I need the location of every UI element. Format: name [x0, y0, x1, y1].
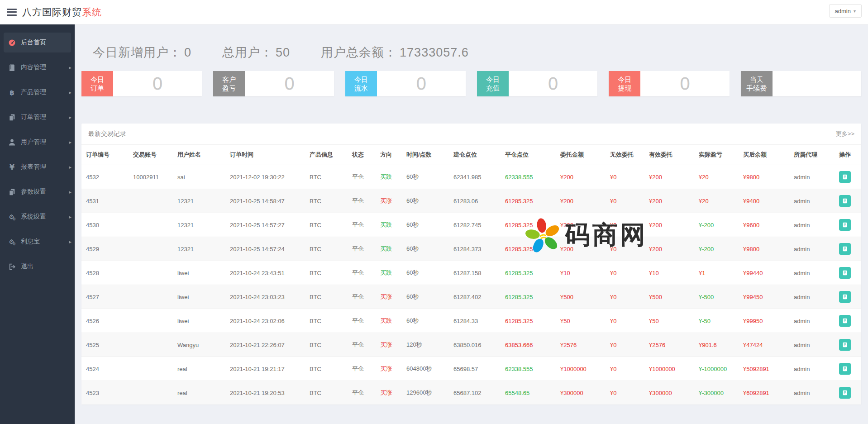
user-menu[interactable]: admin ▾	[829, 4, 862, 18]
sidebar-item-label: 报表管理	[21, 163, 46, 171]
cell-username: real	[173, 357, 225, 381]
sidebar-item[interactable]: 参数设置 ▸	[4, 182, 71, 202]
cell-balance: ¥99450	[739, 285, 789, 309]
table-row: 4528 liwei 2021-10-24 23:43:51 BTC 平仓 买跌…	[81, 261, 861, 285]
row-detail-button[interactable]	[839, 387, 851, 399]
trades-table: 订单编号交易账号用户姓名订单时间产品信息状态方向时间/点数建仓点位平仓点位委托金…	[81, 144, 861, 405]
summary-stat: 今日新增用户：0	[93, 44, 191, 61]
cell-amount: ¥1000000	[556, 357, 606, 381]
cell-valid-amount: ¥2576	[644, 333, 694, 357]
metric-cards: 今日订单 0 客户盈亏 0 今日流水 0 今日充值 0 今日提现 0	[81, 71, 861, 96]
metric-card-value: 0	[377, 71, 466, 96]
sidebar-item[interactable]: 系统设置 ▸	[4, 207, 71, 227]
cell-amount: ¥2576	[556, 333, 606, 357]
cell-agent: admin	[789, 333, 835, 357]
sidebar-item[interactable]: 利息宝 ▸	[4, 232, 71, 252]
cell-invalid-amount: ¥0	[606, 333, 644, 357]
stat-label: 用户总余额：	[321, 46, 397, 59]
sidebar-item[interactable]: 内容管理 ▸	[4, 57, 71, 77]
cell-order-id: 4526	[81, 309, 129, 333]
user-menu-label: admin	[835, 8, 851, 14]
column-header: 方向	[376, 145, 402, 165]
cell-actions	[835, 357, 861, 381]
row-detail-button[interactable]	[839, 219, 851, 231]
sidebar-item[interactable]: 退出 ▸	[4, 257, 71, 276]
cell-valid-amount: ¥500	[644, 285, 694, 309]
table-row: 4530 12321 2021-10-25 14:57:27 BTC 平仓 买跌…	[81, 213, 861, 237]
cell-balance: ¥5092891	[739, 357, 789, 381]
sidebar-item-label: 产品管理	[21, 88, 46, 96]
cell-profit: ¥-300000	[694, 381, 739, 405]
cell-product: BTC	[305, 213, 348, 237]
cell-status: 平仓	[348, 381, 376, 405]
sidebar-item-icon	[8, 89, 16, 96]
cell-duration: 60秒	[402, 261, 449, 285]
cell-account	[129, 285, 173, 309]
cell-account	[129, 357, 173, 381]
cell-invalid-amount: ¥0	[606, 381, 644, 405]
menu-toggle-icon[interactable]	[7, 9, 17, 16]
cell-account	[129, 237, 173, 261]
doc-list-icon	[842, 294, 848, 300]
sidebar-item[interactable]: 后台首页 ▸	[4, 33, 71, 52]
cell-direction: 买涨	[376, 189, 402, 213]
chevron-right-icon: ▸	[69, 139, 72, 145]
cell-balance: ¥99950	[739, 309, 789, 333]
sidebar-item-label: 退出	[21, 262, 33, 271]
sidebar-item-icon	[8, 213, 16, 221]
cell-actions	[835, 381, 861, 405]
cell-status: 平仓	[348, 189, 376, 213]
chevron-right-icon: ▸	[69, 189, 72, 195]
sidebar-item-label: 利息宝	[21, 238, 40, 246]
stat-label: 今日新增用户：	[93, 46, 181, 59]
row-detail-button[interactable]	[839, 315, 851, 327]
cell-amount: ¥200	[556, 237, 606, 261]
cell-product: BTC	[305, 381, 348, 405]
cell-order-id: 4531	[81, 189, 129, 213]
cell-open-point: 65687.102	[449, 381, 501, 405]
row-detail-button[interactable]	[839, 339, 851, 351]
cell-agent: admin	[789, 261, 835, 285]
cell-username: liwei	[173, 261, 225, 285]
column-header: 委托金额	[556, 145, 606, 165]
cell-valid-amount: ¥10	[644, 261, 694, 285]
cell-direction: 买涨	[376, 357, 402, 381]
metric-card-value: 0	[640, 71, 729, 96]
sidebar-item[interactable]: 用户管理 ▸	[4, 132, 71, 152]
cell-agent: admin	[789, 213, 835, 237]
row-detail-button[interactable]	[839, 267, 851, 279]
cell-username: liwei	[173, 285, 225, 309]
metric-card-label: 今日充值	[477, 71, 509, 96]
row-detail-button[interactable]	[839, 195, 851, 207]
row-detail-button[interactable]	[839, 171, 851, 183]
cell-direction: 买涨	[376, 381, 402, 405]
caret-down-icon: ▾	[854, 9, 856, 14]
cell-order-time: 2021-10-24 23:02:06	[225, 309, 305, 333]
table-head: 订单编号交易账号用户姓名订单时间产品信息状态方向时间/点数建仓点位平仓点位委托金…	[81, 145, 861, 165]
cell-amount: ¥200	[556, 213, 606, 237]
cell-username: 12321	[173, 213, 225, 237]
sidebar-item[interactable]: 报表管理 ▸	[4, 157, 71, 177]
metric-card-label: 今日流水	[345, 71, 377, 96]
more-link[interactable]: 更多>>	[836, 130, 854, 138]
cell-duration: 60秒	[402, 285, 449, 309]
cell-close-point: 61285.325	[501, 189, 556, 213]
cell-profit: ¥-200	[694, 213, 739, 237]
row-detail-button[interactable]	[839, 243, 851, 255]
sidebar-item[interactable]: 产品管理 ▸	[4, 82, 71, 102]
cell-product: BTC	[305, 309, 348, 333]
cell-username: sai	[173, 165, 225, 189]
cell-balance: ¥99440	[739, 261, 789, 285]
row-detail-button[interactable]	[839, 291, 851, 303]
metric-card: 今日充值 0	[477, 71, 597, 96]
sidebar-item-label: 参数设置	[21, 188, 46, 196]
cell-invalid-amount: ¥0	[606, 357, 644, 381]
cell-username: Wangyu	[173, 333, 225, 357]
row-detail-button[interactable]	[839, 363, 851, 375]
cell-status: 平仓	[348, 357, 376, 381]
cell-order-id: 4525	[81, 333, 129, 357]
cell-order-id: 4528	[81, 261, 129, 285]
cell-open-point: 63850.016	[449, 333, 501, 357]
cell-account	[129, 213, 173, 237]
sidebar-item[interactable]: 订单管理 ▸	[4, 107, 71, 127]
